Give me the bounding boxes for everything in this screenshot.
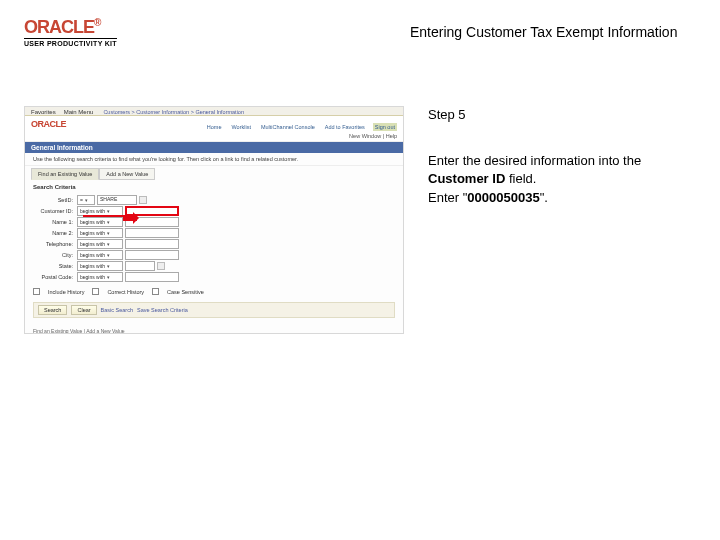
op-name2[interactable]: begins with xyxy=(77,228,123,238)
clear-button[interactable]: Clear xyxy=(71,305,96,315)
check-row: Include History Correct History Case Sen… xyxy=(25,285,403,298)
input-setid[interactable]: SHARE xyxy=(97,195,137,205)
row-city: City: begins with xyxy=(33,250,395,260)
instr-seg-3: Enter " xyxy=(428,190,467,205)
link-signout[interactable]: Sign out xyxy=(373,123,397,131)
instr-value: 0000050035 xyxy=(467,190,539,205)
search-form: SetID: = SHARE Customer ID: begins with … xyxy=(25,192,403,285)
op-city[interactable]: begins with xyxy=(77,250,123,260)
link-home[interactable]: Home xyxy=(205,123,224,131)
label-state: State: xyxy=(33,263,75,269)
section-hint: Use the following search criteria to fin… xyxy=(25,153,403,166)
label-include-history: Include History xyxy=(48,289,84,295)
app-oracle-logo: ORACLE xyxy=(31,118,66,131)
input-postal[interactable] xyxy=(125,272,179,282)
op-postal[interactable]: begins with xyxy=(77,272,123,282)
label-postal: Postal Code: xyxy=(33,274,75,280)
check-correct-history[interactable] xyxy=(92,288,99,295)
op-state[interactable]: begins with xyxy=(77,261,123,271)
oracle-wordmark: ORACLE® xyxy=(24,18,117,36)
input-city[interactable] xyxy=(125,250,179,260)
search-button[interactable]: Search xyxy=(38,305,67,315)
mode-tabs: Find an Existing Value Add a New Value xyxy=(25,166,403,182)
row-name1: Name 1: begins with xyxy=(33,217,395,227)
global-links: Home Worklist MultiChannel Console Add t… xyxy=(205,123,397,131)
tab-add-new[interactable]: Add a New Value xyxy=(99,168,155,180)
lookup-icon[interactable] xyxy=(139,196,147,204)
tab-find-existing[interactable]: Find an Existing Value xyxy=(31,168,99,180)
row-state: State: begins with xyxy=(33,261,395,271)
step-label: Step 5 xyxy=(428,106,688,124)
instruction-panel: Step 5 Enter the desired information int… xyxy=(428,106,688,207)
instr-field-name: Customer ID xyxy=(428,171,505,186)
lookup-icon[interactable] xyxy=(157,262,165,270)
label-case-sensitive: Case Sensitive xyxy=(167,289,204,295)
footer-links[interactable]: Find an Existing Value | Add a New Value xyxy=(25,322,403,334)
instr-seg-2: field. xyxy=(505,171,536,186)
link-multichannel[interactable]: MultiChannel Console xyxy=(259,123,317,131)
registered-mark: ® xyxy=(94,17,100,28)
criteria-heading: Search Criteria xyxy=(25,182,403,192)
label-correct-history: Correct History xyxy=(107,289,144,295)
input-state[interactable] xyxy=(125,261,155,271)
label-customer-id: Customer ID: xyxy=(33,208,75,214)
instr-seg-1: Enter the desired information into the xyxy=(428,153,641,168)
row-telephone: Telephone: begins with xyxy=(33,239,395,249)
row-postal: Postal Code: begins with xyxy=(33,272,395,282)
breadcrumb: Customers > Customer Information > Gener… xyxy=(103,109,244,115)
link-favorites[interactable]: Add to Favorites xyxy=(323,123,367,131)
top-nav: Favorites Main Menu Customers > Customer… xyxy=(25,107,403,116)
basic-search-link[interactable]: Basic Search xyxy=(101,307,133,313)
link-worklist[interactable]: Worklist xyxy=(229,123,252,131)
row-name2: Name 2: begins with xyxy=(33,228,395,238)
nav-main-menu[interactable]: Main Menu xyxy=(64,109,94,115)
check-case-sensitive[interactable] xyxy=(152,288,159,295)
label-setid: SetID: xyxy=(33,197,75,203)
page-title: Entering Customer Tax Exempt Information xyxy=(410,24,677,40)
oracle-upk-logo: ORACLE® USER PRODUCTIVITY KIT xyxy=(24,18,117,47)
upk-product-label: USER PRODUCTIVITY KIT xyxy=(24,38,117,47)
action-bar: Search Clear Basic Search Save Search Cr… xyxy=(33,302,395,318)
label-telephone: Telephone: xyxy=(33,241,75,247)
input-name2[interactable] xyxy=(125,228,179,238)
app-screenshot: Favorites Main Menu Customers > Customer… xyxy=(24,106,404,334)
op-name1[interactable]: begins with xyxy=(77,217,123,227)
op-telephone[interactable]: begins with xyxy=(77,239,123,249)
save-search-link[interactable]: Save Search Criteria xyxy=(137,307,188,313)
instruction-text: Enter the desired information into the C… xyxy=(428,152,688,207)
oracle-text: ORACLE xyxy=(24,17,94,37)
status-links[interactable]: New Window | Help xyxy=(25,131,403,142)
op-setid[interactable]: = xyxy=(77,195,95,205)
row-customer-id: Customer ID: begins with xyxy=(33,206,395,216)
label-name1: Name 1: xyxy=(33,219,75,225)
nav-favorites[interactable]: Favorites xyxy=(31,109,56,115)
label-name2: Name 2: xyxy=(33,230,75,236)
label-city: City: xyxy=(33,252,75,258)
row-setid: SetID: = SHARE xyxy=(33,195,395,205)
section-heading: General Information xyxy=(25,142,403,153)
input-telephone[interactable] xyxy=(125,239,179,249)
instr-seg-4: ". xyxy=(540,190,548,205)
check-include-history[interactable] xyxy=(33,288,40,295)
